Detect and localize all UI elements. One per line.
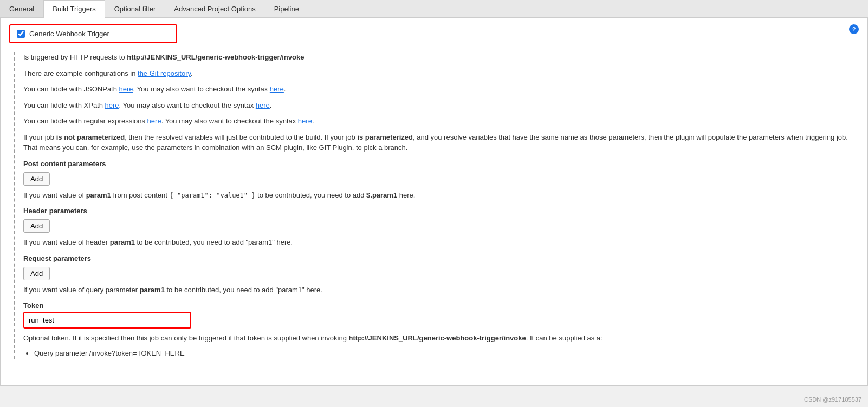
- jsonpath-link1[interactable]: here: [119, 85, 133, 93]
- header-add-button[interactable]: Add: [23, 219, 50, 233]
- xpath-post: .: [270, 101, 272, 109]
- post-content-add-button[interactable]: Add: [23, 172, 50, 186]
- xpath-link2[interactable]: here: [256, 101, 270, 109]
- parameterized-note: If your job is not parameterized, then t…: [23, 132, 859, 153]
- git-repo-link[interactable]: the Git repository: [138, 69, 191, 77]
- regex-pre: You can fiddle with regular expressions: [23, 117, 147, 125]
- http-trigger-pre: Is triggered by HTTP requests to: [23, 53, 127, 61]
- tab-pipeline[interactable]: Pipeline: [265, 0, 308, 17]
- trigger-checkbox-label: Generic Webhook Trigger: [29, 30, 109, 38]
- request-add-button[interactable]: Add: [23, 267, 50, 280]
- xpath-pre: You can fiddle with XPath: [23, 101, 105, 109]
- regex-info: You can fiddle with regular expressions …: [23, 116, 859, 127]
- regex-mid: . You may also want to checkout the synt…: [161, 117, 298, 125]
- tab-general[interactable]: General: [0, 0, 43, 17]
- regex-post: .: [312, 117, 314, 125]
- git-repo-post: .: [191, 69, 193, 77]
- jsonpath-link2[interactable]: here: [270, 85, 284, 93]
- token-description: Optional token. If it is specified then …: [23, 333, 859, 344]
- regex-link1[interactable]: here: [147, 117, 161, 125]
- jsonpath-pre: You can fiddle with JSONPath: [23, 85, 119, 93]
- generic-webhook-checkbox[interactable]: [17, 30, 25, 38]
- post-content-hint: If you want value of param1 from post co…: [23, 190, 859, 201]
- git-repo-pre: There are example configurations in: [23, 69, 138, 77]
- token-label: Token: [23, 301, 859, 310]
- jsonpath-info: You can fiddle with JSONPath here. You m…: [23, 84, 859, 95]
- request-params-header: Request parameters: [23, 254, 859, 262]
- xpath-info: You can fiddle with XPath here. You may …: [23, 100, 859, 111]
- tab-optional-filter[interactable]: Optional filter: [105, 0, 165, 17]
- trigger-checkbox-section: Generic Webhook Trigger: [9, 24, 177, 43]
- webhook-content-area: Is triggered by HTTP requests to http://…: [14, 52, 859, 359]
- token-input-wrapper: [23, 312, 191, 329]
- header-params-header: Header parameters: [23, 207, 859, 215]
- help-icon[interactable]: ?: [849, 24, 859, 34]
- jsonpath-post: .: [284, 85, 286, 93]
- tabs-bar: General Build Triggers Optional filter A…: [0, 0, 868, 18]
- jsonpath-mid: . You may also want to checkout the synt…: [133, 85, 270, 93]
- git-repo-info: There are example configurations in the …: [23, 68, 859, 79]
- tab-build-triggers[interactable]: Build Triggers: [43, 0, 105, 18]
- tab-advanced-project-options[interactable]: Advanced Project Options: [165, 0, 264, 17]
- request-hint: If you want value of query parameter par…: [23, 285, 859, 296]
- token-section: Token Optional token. If it is specified…: [23, 301, 859, 359]
- http-trigger-info: Is triggered by HTTP requests to http://…: [23, 52, 859, 63]
- regex-link2[interactable]: here: [298, 117, 312, 125]
- token-input[interactable]: [24, 313, 190, 327]
- header-hint: If you want value of header param1 to be…: [23, 237, 859, 248]
- main-content: ? Generic Webhook Trigger Is triggered b…: [0, 18, 868, 386]
- xpath-mid: . You may also want to checkout the synt…: [119, 101, 256, 109]
- post-content-params-header: Post content parameters: [23, 160, 859, 168]
- token-bullet-query-param: Query parameter /invoke?token=TOKEN_HERE: [34, 348, 859, 359]
- http-trigger-url: http://JENKINS_URL/generic-webhook-trigg…: [127, 53, 304, 61]
- xpath-link1[interactable]: here: [105, 101, 119, 109]
